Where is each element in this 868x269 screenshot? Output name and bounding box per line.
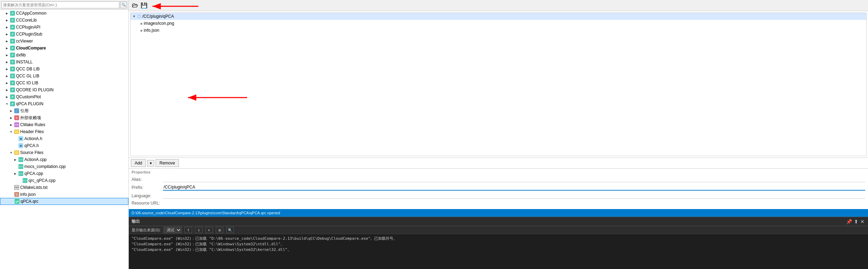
tree-item-QCustomPlot[interactable]: PQCustomPlot [0, 93, 128, 100]
float-button[interactable]: ⬆ [853, 219, 859, 224]
language-input[interactable] [163, 193, 865, 199]
tree-label-ActionA_h: ActionA.h [24, 136, 42, 141]
tree-arrow-source_files[interactable] [8, 151, 14, 154]
tree-arrow-CCCoreLib[interactable] [4, 19, 10, 22]
tree-label-CMakeLists_txt: CMakeLists.txt [20, 185, 48, 190]
output-btn-1[interactable]: ⇑ [184, 227, 192, 233]
tree-arrow-CCAppCommon[interactable] [4, 12, 10, 15]
tree-arrow-dxflib[interactable] [4, 54, 10, 57]
tree-icon-QCC_DB_LIB: P [10, 66, 15, 72]
resource-file-icon-png[interactable]: ■ images/icon.png [131, 20, 866, 27]
search-button[interactable]: 🔍 [120, 1, 127, 8]
tree-item-qPCA_PLUGIN[interactable]: PqPCA PLUGIN [0, 100, 128, 107]
tree-label-header_files: Header Files [20, 129, 44, 134]
tree-item-dxflib[interactable]: Pdxflib [0, 52, 128, 59]
tree-item-mocs_cpp[interactable]: C++mocs_compilation.cpp [0, 163, 128, 170]
tree-arrow-cmake_rules[interactable] [8, 123, 14, 126]
tree-arrow-QCC_IO_LIB[interactable] [4, 82, 10, 85]
search-input[interactable] [1, 1, 119, 8]
pin-button[interactable]: 📌 [845, 219, 853, 224]
tree-item-QCC_IO_LIB[interactable]: PQCC IO LIB [0, 79, 128, 86]
tree-item-dep[interactable]: D外部依赖项 [0, 114, 128, 121]
toolbar: 🗁 💾 [129, 0, 868, 11]
tree-item-qPCA_cpp[interactable]: C++qPCA.cpp [0, 170, 128, 177]
tree-item-qPCA_qrc[interactable]: QRqPCA.qrc [0, 198, 128, 205]
tree-label-source_files: Source Files [20, 150, 44, 155]
tree-icon-cmake_rules: CM [14, 122, 19, 128]
tree-label-QCC_DB_LIB: QCC DB LIB [16, 67, 40, 71]
tree-item-QCORE_IO_PLUGIN[interactable]: PQCORE IO PLUGIN [0, 86, 128, 93]
tree-label-cmake_rules: CMake Rules [20, 122, 45, 127]
tree-icon-CCPluginStub: P [10, 31, 15, 37]
output-title: 输出 [132, 218, 140, 224]
tree-item-qPCA_h[interactable]: HqPCA.h [0, 142, 128, 149]
save-button[interactable]: 💾 [140, 1, 148, 10]
tree-icon-mocs_cpp: C++ [18, 164, 24, 169]
output-btn-2[interactable]: ⇓ [195, 227, 203, 233]
tree-arrow-ccViewer[interactable] [4, 40, 10, 43]
tree-item-ActionA_cpp[interactable]: C++ActionA.cpp [0, 156, 128, 163]
add-dropdown-button[interactable]: ▼ [147, 160, 154, 167]
tree-item-CCCoreLib[interactable]: PCCCoreLib [0, 17, 128, 24]
properties-section: Properties Alias: Prefix: Language: [129, 168, 868, 209]
tree-icon-ActionA_cpp: C++ [18, 157, 24, 162]
properties-title: Properties [132, 170, 865, 174]
tree-item-CCPluginAPI[interactable]: PCCPluginAPI [0, 24, 128, 31]
tree-icon-CCCoreLib: P [10, 17, 15, 23]
tree-item-QCC_DB_LIB[interactable]: PQCC DB LIB [0, 66, 128, 72]
tree-label-CCAppCommon: CCAppCommon [16, 11, 46, 16]
tree-item-CloudCompare[interactable]: PCloudCompare [0, 45, 128, 52]
tree-item-ref[interactable]: 🔗引用 [0, 107, 128, 114]
tree-icon-CMakeLists_txt: TXT [14, 185, 19, 190]
status-text: D:\06-source_code\CloudCompare-2.13\plug… [132, 211, 280, 215]
remove-button[interactable]: Remove [156, 159, 179, 167]
resource-url-row: Resource URL: [132, 201, 865, 206]
tree-arrow-QCC_GL_LIB[interactable] [4, 75, 10, 78]
tree-item-CCPluginStub[interactable]: PCCPluginStub [0, 31, 128, 38]
tree-arrow-ActionA_cpp[interactable] [13, 158, 18, 161]
tree-arrow-QCC_DB_LIB[interactable] [4, 68, 10, 71]
output-btn-3[interactable]: ≡ [205, 227, 213, 233]
tree-item-header_files[interactable]: Header Files [0, 128, 128, 135]
tree-icon-CCAppCommon: P [10, 10, 15, 16]
tree-arrow-QCORE_IO_PLUGIN[interactable] [4, 89, 10, 92]
tree-item-qrc_qPCA_cpp[interactable]: C++qrc_qPCA.cpp [0, 177, 128, 184]
tree-arrow-CloudCompare[interactable] [4, 47, 10, 50]
alias-label: Alias: [132, 177, 163, 182]
open-folder-button[interactable]: 🗁 [131, 1, 139, 10]
alias-input[interactable] [163, 176, 865, 182]
output-source-select[interactable]: 调试 [164, 227, 182, 233]
tree-arrow-INSTALL[interactable] [4, 61, 10, 64]
tree-item-CMakeLists_txt[interactable]: TXTCMakeLists.txt [0, 184, 128, 191]
tree-arrow-dep[interactable] [8, 116, 14, 120]
tree-arrow-QCustomPlot[interactable] [4, 95, 10, 99]
output-btn-5[interactable]: 🔍 [226, 227, 234, 233]
tree-item-ccViewer[interactable]: PccViewer [0, 38, 128, 45]
tree-arrow-qPCA_PLUGIN[interactable] [4, 102, 10, 106]
prefix-arrow [133, 15, 137, 18]
app-container: 🔍 PCCAppCommonPCCCoreLibPCCPluginAPIPCCP… [0, 0, 868, 269]
tree-item-cmake_rules[interactable]: CMCMake Rules [0, 121, 128, 128]
tree-arrow-ref[interactable] [8, 109, 14, 113]
tree-icon-QCustomPlot: P [10, 94, 15, 100]
close-panel-button[interactable]: ✕ [860, 219, 865, 224]
add-button[interactable]: Add [131, 159, 146, 167]
tree-item-source_files[interactable]: Source Files [0, 149, 128, 156]
output-line: "CloudCompare.exe" (Win32)：已加载 "C:\Windo… [132, 241, 865, 247]
tree-item-CCAppCommon[interactable]: PCCAppCommon [0, 10, 128, 17]
resource-file-info-json[interactable]: ■ info.json [131, 27, 866, 34]
tree-item-ActionA_h[interactable]: HActionA.h [0, 135, 128, 142]
tree-item-INSTALL[interactable]: PINSTALL [0, 59, 128, 66]
tree-label-CloudCompare: CloudCompare [16, 46, 46, 51]
tree-arrow-qPCA_cpp[interactable] [13, 172, 18, 175]
tree-item-info_json[interactable]: {}info.json [0, 191, 128, 198]
output-btn-4[interactable]: ⊞ [216, 227, 223, 233]
resource-prefix-row[interactable]: ⬡ /CC/plugin/qPCA [131, 13, 866, 20]
tree-item-QCC_GL_LIB[interactable]: PQCC GL LIB [0, 72, 128, 79]
resource-filename-1: images/icon.png [144, 21, 174, 26]
tree-arrow-header_files[interactable] [8, 130, 14, 133]
tree-arrow-CCPluginAPI[interactable] [4, 26, 10, 29]
tree-icon-ref: 🔗 [14, 108, 19, 114]
tree-arrow-CCPluginStub[interactable] [4, 33, 10, 36]
prefix-input[interactable] [163, 184, 865, 191]
